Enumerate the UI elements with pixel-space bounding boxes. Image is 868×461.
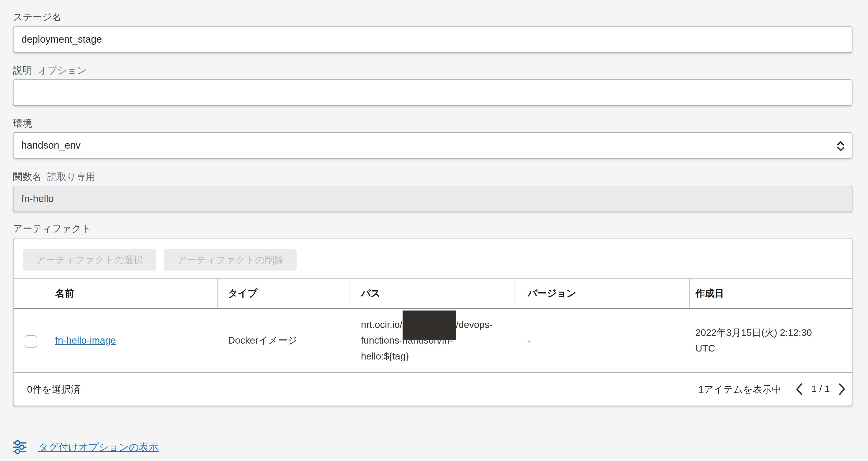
header-name: 名前 <box>13 279 218 308</box>
row-type-cell: Dockerイメージ <box>218 309 350 372</box>
description-optional-suffix: オプション <box>38 65 87 76</box>
selected-count-text: 0件を選択済 <box>27 383 81 396</box>
header-type: タイプ <box>218 279 350 308</box>
sliders-icon <box>12 440 27 455</box>
select-artifact-button[interactable]: アーティファクトの選択 <box>23 249 156 270</box>
created-date-line1: 2022年3月15日(火) 2:12:30 <box>695 325 812 341</box>
artifact-version: - <box>528 335 531 347</box>
stage-name-input[interactable] <box>13 27 852 53</box>
created-date-line2: UTC <box>695 341 715 357</box>
row-path-cell: nrt.ocir.io/ /devops- functions-handson/… <box>350 309 515 372</box>
row-checkbox-cell <box>13 309 45 372</box>
artifact-type: Dockerイメージ <box>228 334 297 347</box>
pagination: 1アイテムを表示中 1 / 1 <box>699 383 846 396</box>
function-name-label: 関数名読取り専用 <box>13 171 95 184</box>
description-label: 説明オプション <box>13 65 87 77</box>
artifact-name-link[interactable]: fn-hello-image <box>55 335 116 347</box>
description-input[interactable] <box>13 79 852 106</box>
row-checkbox[interactable] <box>25 335 37 348</box>
artifacts-label: アーティファクト <box>13 223 91 235</box>
deployment-stage-form: ステージ名 説明オプション 環境 handson_env 関数名読取り専用 アー… <box>0 0 868 461</box>
function-name-label-text: 関数名 <box>13 171 41 182</box>
page-indicator: 1 / 1 <box>811 384 830 395</box>
tagging-options-row: タグ付けオプションの表示 <box>12 440 159 455</box>
stage-name-label-text: ステージ名 <box>13 12 61 23</box>
path-prefix: nrt.ocir.io/ <box>361 317 402 333</box>
stage-name-label: ステージ名 <box>13 11 61 24</box>
header-path: パス <box>350 279 515 308</box>
artifacts-panel: アーティファクトの選択 アーティファクトの削除 名前 タイプ パス バージョン … <box>13 238 852 406</box>
description-label-text: 説明 <box>13 65 32 76</box>
items-showing-text: 1アイテムを表示中 <box>699 383 781 396</box>
show-tagging-options-link[interactable]: タグ付けオプションの表示 <box>38 440 159 454</box>
header-created: 作成日 <box>690 279 852 308</box>
environment-label: 環境 <box>13 118 32 130</box>
artifacts-table-footer: 0件を選択済 1アイテムを表示中 1 / 1 <box>13 373 852 405</box>
row-created-cell: 2022年3月15日(火) 2:12:30 UTC <box>690 309 852 372</box>
environment-selected-value: handson_env <box>13 139 81 151</box>
environment-select[interactable]: handson_env <box>13 132 852 159</box>
function-name-input <box>13 186 852 212</box>
artifacts-toolbar: アーティファクトの選択 アーティファクトの削除 <box>13 239 852 278</box>
header-version: バージョン <box>515 279 690 308</box>
artifacts-label-text: アーティファクト <box>13 223 91 234</box>
previous-page-chevron-icon[interactable] <box>795 383 804 396</box>
environment-label-text: 環境 <box>13 118 32 129</box>
row-name-cell: fn-hello-image <box>45 309 218 372</box>
path-line2: functions-handson/fn- <box>361 333 453 349</box>
artifacts-table-header: 名前 タイプ パス バージョン 作成日 <box>13 278 852 309</box>
table-row: fn-hello-image Dockerイメージ nrt.ocir.io/ /… <box>13 309 852 373</box>
select-updown-chevron-icon <box>836 139 846 155</box>
next-page-chevron-icon[interactable] <box>838 383 846 396</box>
path-line3: hello:${tag} <box>361 349 409 364</box>
path-after-redaction: /devops- <box>456 317 492 333</box>
remove-artifact-button[interactable]: アーティファクトの削除 <box>164 249 297 270</box>
function-name-readonly-suffix: 読取り専用 <box>48 171 95 182</box>
row-version-cell: - <box>515 309 690 372</box>
